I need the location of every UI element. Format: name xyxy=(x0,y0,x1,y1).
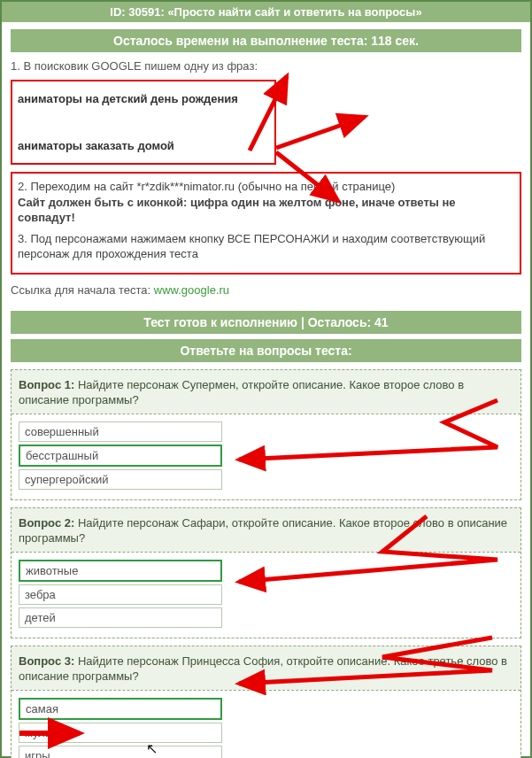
search-phrase-1: аниматоры на детский день рождения xyxy=(16,85,271,112)
questions-title-bar: Ответьте на вопросы теста: xyxy=(11,339,521,362)
page: ID: 30591: «Просто найти сайт и ответить… xyxy=(0,0,532,758)
ready-bar: Тест готов к исполнению | Осталось: 41 xyxy=(11,311,521,334)
timer-bar: Осталось времени на выполнение теста: 11… xyxy=(11,29,521,52)
question-block-1: Вопрос 1: Найдите персонаж Супермен, отк… xyxy=(11,369,521,500)
answer-option[interactable]: игры xyxy=(19,746,222,758)
question-block-3: Вопрос 3: Найдите персонаж Принцесса Соф… xyxy=(11,646,521,758)
answer-option[interactable]: самая xyxy=(19,698,222,720)
answer-option[interactable]: зебра xyxy=(19,584,222,605)
page-title-bar: ID: 30591: «Просто найти сайт и ответить… xyxy=(2,2,530,22)
question-text-3: Вопрос 3: Найдите персонаж Принцесса Соф… xyxy=(19,654,513,685)
answer-option[interactable]: животные xyxy=(19,560,222,582)
question-block-2: Вопрос 2: Найдите персонаж Сафари, откро… xyxy=(11,507,521,638)
question-text-2: Вопрос 2: Найдите персонаж Сафари, откро… xyxy=(19,515,513,546)
instruction-2: 2. Переходим на сайт *r*zdik***nimator.r… xyxy=(18,180,395,193)
instructions-block: 1. В поисковик GOOGLE пишем одну из фраз… xyxy=(2,56,530,304)
answer-option[interactable]: супергеройский xyxy=(19,469,222,490)
instructions-warning-box: 2. Переходим на сайт *r*zdik***nimator.r… xyxy=(11,172,521,275)
start-link-label: Ссылка для начала теста: xyxy=(11,283,154,297)
search-phrases-box: аниматоры на детский день рождения анима… xyxy=(11,80,276,165)
instruction-3: 3. Под персонажами нажимаем кнопку ВСЕ П… xyxy=(18,231,514,262)
answer-option[interactable]: мультик xyxy=(19,723,222,743)
instruction-2-warning: Сайт должен быть с иконкой: цифра один н… xyxy=(18,196,456,225)
instruction-1: 1. В поисковик GOOGLE пишем одну из фраз… xyxy=(11,56,521,74)
search-phrase-2: аниматоры заказать домой xyxy=(16,132,271,159)
start-link[interactable]: www.google.ru xyxy=(154,283,229,297)
question-text-1: Вопрос 1: Найдите персонаж Супермен, отк… xyxy=(19,377,513,408)
start-link-line: Ссылка для начала теста: www.google.ru xyxy=(11,280,521,304)
answer-option[interactable]: бесстрашный xyxy=(19,445,222,467)
answer-option[interactable]: совершенный xyxy=(19,422,222,442)
answer-option[interactable]: детей xyxy=(19,607,222,628)
